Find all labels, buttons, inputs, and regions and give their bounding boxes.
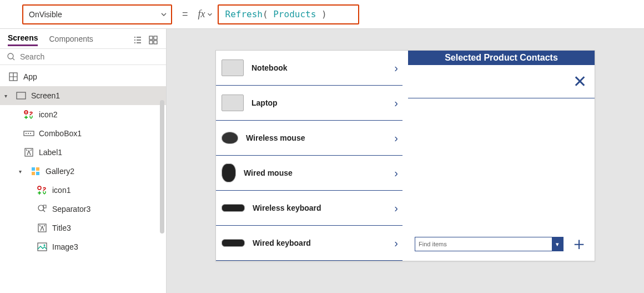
- tree-item-separator3[interactable]: Separator3: [0, 200, 166, 218]
- product-image: [222, 204, 245, 212]
- gallery-item[interactable]: Wireless mouse ›: [216, 121, 402, 156]
- screen-icon: [16, 91, 27, 101]
- tree-label: Title3: [52, 224, 71, 232]
- tree-label: App: [23, 72, 37, 81]
- icon-glyph-icon: [23, 110, 34, 120]
- svg-rect-14: [36, 167, 39, 171]
- chevron-right-icon[interactable]: ›: [394, 237, 398, 250]
- chevron-right-icon[interactable]: ›: [394, 62, 398, 75]
- product-label: Wired keyboard: [253, 239, 386, 247]
- svg-rect-16: [36, 172, 39, 175]
- gallery-icon: [30, 166, 41, 176]
- svg-rect-21: [38, 243, 47, 251]
- product-label: Notebook: [251, 63, 386, 72]
- product-label: Laptop: [251, 98, 386, 107]
- equals-label: =: [182, 8, 188, 20]
- search-input[interactable]: [20, 52, 159, 61]
- grid-view-icon[interactable]: [148, 35, 158, 45]
- paren-close: ): [321, 9, 327, 19]
- detail-body: [408, 98, 595, 227]
- tree-item-icon2[interactable]: icon2: [0, 105, 166, 124]
- product-label: Wired mouse: [244, 168, 386, 177]
- gallery-item[interactable]: Wired keyboard ›: [216, 226, 402, 261]
- caret-down-icon: ▾: [19, 168, 26, 175]
- tree-item-label1[interactable]: Label1: [0, 143, 166, 162]
- svg-rect-3: [154, 41, 157, 44]
- tree-label: icon2: [39, 110, 57, 119]
- tab-components[interactable]: Components: [49, 34, 93, 46]
- chevron-right-icon[interactable]: ›: [394, 167, 398, 180]
- product-label: Wireless mouse: [246, 133, 386, 142]
- combobox-placeholder: Find items: [419, 241, 447, 247]
- close-icon[interactable]: ✕: [573, 72, 587, 91]
- combobox-icon: [23, 128, 34, 138]
- tree-label: Screen1: [31, 91, 60, 100]
- tree-item-screen1[interactable]: ▾ Screen1: [0, 86, 166, 105]
- gallery-item[interactable]: Wireless keyboard ›: [216, 191, 402, 226]
- separator-icon: [37, 204, 48, 214]
- svg-rect-0: [149, 36, 153, 39]
- tree-label: Label1: [39, 148, 62, 157]
- gallery-item[interactable]: Wired mouse ›: [216, 156, 402, 191]
- formula-function: Refresh: [225, 9, 263, 19]
- detail-header: Selected Product Contacts: [408, 51, 595, 65]
- tree-item-gallery2[interactable]: ▾ Gallery2: [0, 162, 166, 181]
- tree-item-app[interactable]: App: [0, 67, 166, 86]
- property-dropdown[interactable]: OnVisible: [22, 4, 172, 24]
- formula-identifier: Products: [273, 9, 316, 19]
- svg-rect-1: [154, 36, 157, 39]
- design-canvas[interactable]: Notebook › Laptop › Wireless mouse › Wir…: [167, 29, 644, 293]
- svg-rect-2: [149, 41, 153, 44]
- property-value: OnVisible: [29, 10, 62, 19]
- paren-open: (: [263, 9, 268, 19]
- combobox[interactable]: Find items ▾: [415, 237, 564, 251]
- image-icon: [37, 242, 48, 252]
- tree-item-image3[interactable]: Image3: [0, 237, 166, 256]
- svg-point-9: [26, 133, 27, 134]
- tree-options-icon[interactable]: [133, 35, 143, 45]
- svg-rect-6: [17, 92, 26, 99]
- gallery-item[interactable]: Laptop ›: [216, 86, 402, 121]
- chevron-down-icon: [160, 11, 168, 18]
- chevron-right-icon[interactable]: ›: [394, 132, 398, 145]
- formula-input[interactable]: Refresh ( Products ): [218, 4, 359, 24]
- app-preview: Notebook › Laptop › Wireless mouse › Wir…: [215, 50, 595, 261]
- tree-item-icon1[interactable]: icon1: [0, 181, 166, 200]
- chevron-right-icon[interactable]: ›: [394, 202, 398, 215]
- product-label: Wireless keyboard: [253, 203, 386, 212]
- gallery-item[interactable]: Notebook ›: [216, 51, 402, 86]
- app-icon: [8, 72, 19, 82]
- svg-rect-13: [32, 167, 35, 171]
- svg-point-22: [44, 245, 46, 246]
- svg-point-10: [28, 133, 29, 134]
- caret-down-icon: ▾: [4, 93, 11, 99]
- gallery[interactable]: Notebook › Laptop › Wireless mouse › Wir…: [216, 51, 402, 261]
- search-icon: [7, 52, 16, 61]
- svg-point-4: [8, 53, 13, 59]
- product-image: [222, 59, 244, 76]
- tree-item-title3[interactable]: Title3: [0, 218, 166, 237]
- tree-label: ComboBox1: [39, 129, 82, 138]
- scrollbar-thumb[interactable]: [160, 100, 164, 234]
- tree-item-combobox1[interactable]: ComboBox1: [0, 124, 166, 143]
- tree-label: Separator3: [52, 205, 90, 213]
- svg-rect-15: [32, 172, 35, 175]
- product-image: [222, 132, 238, 144]
- chevron-right-icon[interactable]: ›: [394, 97, 398, 110]
- fx-label[interactable]: fx: [198, 8, 213, 20]
- product-image: [222, 95, 244, 111]
- svg-point-11: [30, 133, 31, 134]
- product-image: [222, 239, 245, 247]
- label-icon: [37, 223, 48, 233]
- svg-point-17: [38, 186, 41, 190]
- icon-glyph-icon: [37, 185, 48, 195]
- add-icon[interactable]: ＋: [570, 232, 588, 256]
- chevron-down-icon[interactable]: ▾: [552, 237, 563, 251]
- tree-label: Gallery2: [46, 167, 74, 176]
- tree-label: Image3: [52, 242, 78, 251]
- tree-label: icon1: [52, 186, 71, 195]
- label-icon: [23, 147, 34, 157]
- tab-screens[interactable]: Screens: [8, 33, 38, 46]
- product-image: [222, 163, 236, 182]
